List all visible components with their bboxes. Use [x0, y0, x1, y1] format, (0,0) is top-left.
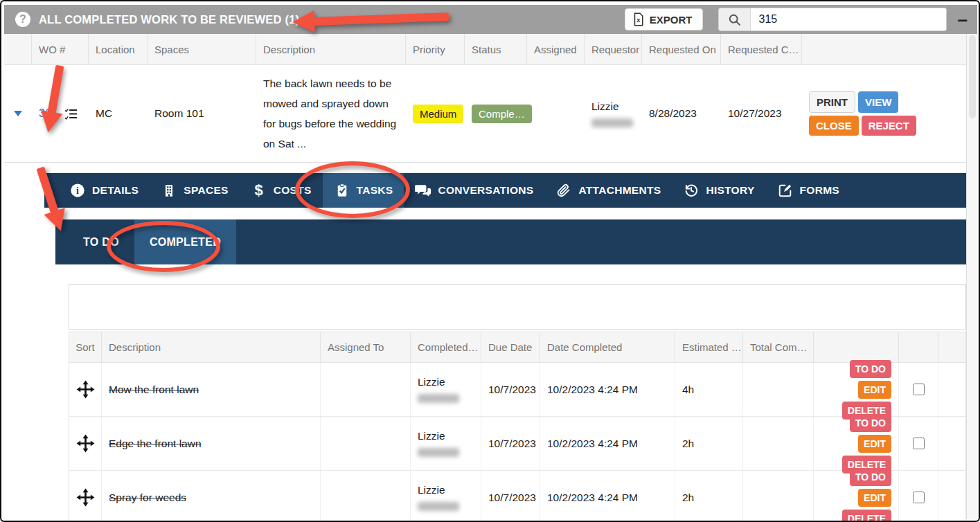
tab-details-label: DETAILS [92, 184, 139, 197]
wo-requested-on: 8/28/2023 [642, 65, 721, 162]
task-row: Spray for weeds Lizzie 10/7/2023 10/2/20… [69, 471, 965, 522]
task-todo-button[interactable]: TO DO [850, 360, 891, 378]
task-date-completed: 10/2/2023 4:24 PM [540, 417, 675, 470]
col-total-completed[interactable]: Total Com… [743, 332, 814, 362]
view-button[interactable]: VIEW [858, 91, 898, 113]
task-assigned-to [321, 471, 411, 522]
col-spaces[interactable]: Spaces [148, 34, 256, 64]
col-requestor[interactable]: Requestor [585, 34, 642, 64]
status-badge: Comple… [472, 105, 532, 123]
drag-sort-icon[interactable] [76, 434, 95, 453]
wo-number-link[interactable]: 315 [39, 107, 57, 120]
tab-tasks[interactable]: TASKS [323, 173, 404, 208]
col-date-completed[interactable]: Date Completed [540, 332, 675, 362]
history-icon [683, 183, 700, 198]
export-file-icon: x [632, 12, 644, 26]
collapse-panel-button[interactable]: – [958, 12, 968, 26]
priority-badge: Medium [413, 105, 463, 123]
tab-spaces[interactable]: SPACES [150, 173, 239, 208]
task-assigned-to [321, 363, 411, 416]
svg-text:i: i [76, 186, 79, 196]
tab-conversations[interactable]: CONVERSATIONS [404, 173, 544, 208]
task-total-completed [743, 363, 814, 416]
task-edit-button[interactable]: EDIT [858, 489, 891, 507]
col-estimated[interactable]: Estimated … [675, 332, 743, 362]
task-estimated: 2h [675, 417, 743, 470]
vertical-scrollbar[interactable] [966, 34, 977, 519]
tasks-subtab-bar: TO DO COMPLETED [55, 219, 966, 264]
task-description: Mow the front lawn [109, 384, 199, 396]
expand-row-caret[interactable] [14, 111, 22, 116]
task-estimated: 2h [675, 471, 743, 522]
tab-tasks-label: TASKS [357, 184, 393, 197]
close-button[interactable]: CLOSE [809, 116, 859, 136]
print-button[interactable]: PRINT [809, 91, 855, 113]
scrollbar-thumb[interactable] [969, 35, 976, 118]
task-todo-button[interactable]: TO DO [850, 414, 891, 432]
tab-conversations-label: CONVERSATIONS [438, 184, 533, 197]
tab-attachments[interactable]: ATTACHMENTS [544, 173, 672, 208]
wo-requested-close: 10/27/2023 [721, 65, 802, 162]
col-assigned-to[interactable]: Assigned To [321, 332, 411, 362]
task-row: Edge the front lawn Lizzie 10/7/2023 10/… [69, 417, 965, 471]
col-status[interactable]: Status [465, 34, 527, 64]
subtab-completed[interactable]: COMPLETED [134, 219, 236, 264]
tab-history[interactable]: HISTORY [672, 173, 765, 208]
task-completed-by: Lizzie [418, 484, 445, 496]
help-icon[interactable]: ? [15, 12, 30, 27]
svg-text:x: x [636, 17, 641, 24]
col-requested-close[interactable]: Requested C… [721, 34, 802, 64]
paperclip-icon [555, 183, 572, 198]
task-date-completed: 10/2/2023 4:24 PM [540, 363, 675, 416]
wo-requestor-name: Lizzie [591, 100, 619, 113]
task-delete-button[interactable]: DELETE [842, 510, 891, 522]
drag-sort-icon[interactable] [76, 488, 95, 507]
col-priority[interactable]: Priority [406, 34, 465, 64]
task-todo-button[interactable]: TO DO [850, 468, 891, 486]
task-completed-by: Lizzie [418, 430, 445, 442]
clipboard-check-icon [334, 183, 350, 198]
task-edit-button[interactable]: EDIT [858, 435, 891, 453]
task-select-checkbox[interactable] [913, 384, 925, 395]
col-assigned[interactable]: Assigned [527, 34, 585, 64]
search-icon[interactable] [719, 8, 751, 30]
subtab-todo[interactable]: TO DO [68, 219, 134, 264]
tasks-header-row: Sort Description Assigned To Completed… … [69, 332, 965, 363]
col-completed-by[interactable]: Completed… [411, 332, 481, 362]
workorders-table: WO # Location Spaces Description Priorit… [4, 34, 968, 163]
col-wo-number[interactable]: WO # [32, 34, 89, 64]
export-button[interactable]: x EXPORT [625, 8, 703, 30]
col-requested-on[interactable]: Requested On [642, 34, 721, 64]
task-estimated: 4h [675, 363, 743, 416]
tab-forms[interactable]: FORMS [766, 173, 850, 208]
wo-assigned [527, 65, 585, 162]
tab-costs-label: COSTS [274, 184, 312, 197]
col-sort[interactable]: Sort [69, 332, 102, 362]
export-button-label: EXPORT [650, 14, 693, 26]
task-due-date: 10/7/2023 [481, 471, 540, 522]
col-due-date[interactable]: Due Date [481, 332, 540, 362]
col-description[interactable]: Description [256, 34, 406, 64]
search-input[interactable] [751, 8, 946, 30]
task-description: Edge the front lawn [109, 438, 202, 450]
task-edit-button[interactable]: EDIT [858, 381, 891, 399]
task-list-icon[interactable] [64, 108, 78, 120]
task-date-completed: 10/2/2023 4:24 PM [540, 471, 675, 522]
tab-costs[interactable]: $ COSTS [240, 173, 323, 208]
col-task-actions [814, 332, 899, 362]
wo-description: The back lawn needs to be mowed and spra… [263, 73, 399, 154]
task-total-completed [743, 471, 814, 522]
redacted-last-name [418, 448, 459, 457]
drag-sort-icon[interactable] [76, 380, 95, 399]
reject-button[interactable]: REJECT [862, 116, 916, 136]
panel-title-bar: ? ALL COMPLETED WORK TO BE REVIEWED (1) … [4, 5, 977, 34]
detail-tab-bar: i DETAILS SPACES $ COST [44, 173, 966, 208]
col-task-description[interactable]: Description [102, 332, 321, 362]
tab-details[interactable]: i DETAILS [58, 173, 150, 208]
task-select-checkbox[interactable] [913, 438, 925, 449]
tab-forms-label: FORMS [800, 184, 839, 197]
task-assigned-to [321, 417, 411, 470]
task-select-checkbox[interactable] [913, 492, 925, 503]
wo-location: MC [89, 65, 148, 162]
col-location[interactable]: Location [89, 34, 148, 64]
